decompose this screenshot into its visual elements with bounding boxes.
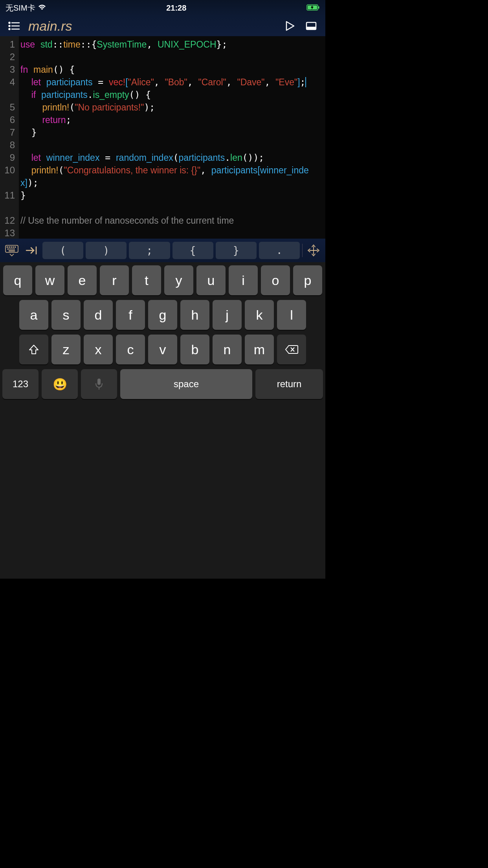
code-area[interactable]: use std::time::{SystemTime, UNIX_EPOCH};…	[19, 36, 325, 239]
key-f[interactable]: f	[116, 300, 145, 330]
type-systemtime: SystemTime	[97, 39, 147, 50]
key-k[interactable]: k	[245, 300, 274, 330]
key-y[interactable]: y	[164, 265, 193, 295]
panel-icon[interactable]	[304, 19, 318, 33]
symbol-key-.[interactable]: .	[259, 242, 300, 259]
key-n[interactable]: n	[213, 335, 242, 364]
keyword-fn: fn	[20, 64, 28, 75]
svg-rect-16	[15, 246, 16, 248]
str-noparticipants: "No participants!"	[75, 102, 144, 112]
var-participants3: participants	[179, 153, 225, 163]
status-time: 21:28	[166, 4, 186, 13]
line-number: 2	[0, 51, 15, 63]
str-carol: "Carol"	[198, 77, 226, 87]
code-editor[interactable]: 1234 5678910 11 1213 use std::time::{Sys…	[0, 36, 325, 239]
line-number: 8	[0, 139, 15, 151]
key-c[interactable]: c	[116, 335, 145, 364]
hide-keyboard-icon[interactable]	[3, 242, 20, 259]
cursor	[305, 77, 306, 87]
status-bar: 无SIM卡 21:28	[0, 0, 325, 16]
wifi-icon	[38, 4, 46, 13]
line-gutter: 1234 5678910 11 1213	[0, 36, 19, 239]
space-key[interactable]: space	[120, 369, 252, 399]
file-title: main.rs	[28, 18, 276, 34]
key-q[interactable]: q	[3, 265, 32, 295]
editor-toolbar: main.rs	[0, 16, 325, 36]
key-m[interactable]: m	[245, 335, 274, 364]
key-e[interactable]: e	[68, 265, 97, 295]
key-b[interactable]: b	[180, 335, 209, 364]
numbers-key[interactable]: 123	[2, 369, 39, 399]
key-p[interactable]: p	[293, 265, 322, 295]
key-w[interactable]: w	[35, 265, 64, 295]
str-dave: "Dave"	[237, 77, 264, 87]
key-o[interactable]: o	[261, 265, 290, 295]
line-number: 4	[0, 76, 15, 88]
line-number	[0, 177, 15, 189]
svg-rect-21	[9, 250, 15, 252]
svg-rect-17	[7, 248, 9, 250]
bracket-close: ]	[297, 77, 300, 87]
line-number: 1	[0, 38, 15, 51]
keyword-if: if	[31, 90, 36, 100]
symbol-key-}[interactable]: }	[216, 242, 257, 259]
line-number: 11	[0, 189, 15, 202]
line-number: 3	[0, 63, 15, 76]
backspace-key[interactable]	[277, 335, 306, 364]
fn-main: main	[33, 64, 53, 75]
key-d[interactable]: d	[84, 300, 113, 330]
line-number	[0, 88, 15, 101]
tab-icon[interactable]	[23, 242, 40, 259]
macro-println2: println!	[31, 165, 59, 175]
key-z[interactable]: z	[51, 335, 81, 364]
key-u[interactable]: u	[196, 265, 226, 295]
mic-key[interactable]	[81, 369, 117, 399]
type-unixepoch: UNIX_EPOCH	[158, 39, 216, 50]
key-g[interactable]: g	[148, 300, 177, 330]
key-j[interactable]: j	[213, 300, 242, 330]
keyboard-row-2: asdfghjkl	[2, 300, 323, 330]
var-participants2: participants	[41, 90, 88, 100]
svg-rect-12	[7, 246, 8, 248]
method-isempty: is_empty	[93, 90, 129, 100]
line-number: 5	[0, 101, 15, 114]
menu-icon[interactable]	[7, 19, 21, 33]
symbol-key-)[interactable]: )	[86, 242, 127, 259]
run-icon[interactable]	[283, 19, 297, 33]
line-number: 12	[0, 214, 15, 227]
comment-line14: // Use the number of nanoseconds of the …	[20, 215, 234, 226]
var-participants4: participants	[211, 165, 258, 175]
key-t[interactable]: t	[132, 265, 161, 295]
symbol-accessory-row: ();{}.	[0, 239, 325, 262]
key-s[interactable]: s	[51, 300, 81, 330]
emoji-key[interactable]: 😃	[42, 369, 78, 399]
keyword-let2: let	[31, 153, 41, 163]
symbol-key-;[interactable]: ;	[129, 242, 170, 259]
key-i[interactable]: i	[229, 265, 258, 295]
ident-time: time	[63, 39, 80, 50]
svg-rect-14	[11, 246, 12, 248]
key-a[interactable]: a	[19, 300, 48, 330]
sim-status: 无SIM卡	[6, 3, 35, 13]
key-x[interactable]: x	[84, 335, 113, 364]
keyboard-row-1: qwertyuiop	[2, 265, 323, 295]
method-len: len	[230, 153, 242, 163]
svg-rect-15	[13, 246, 14, 248]
var-participants: participants	[46, 77, 93, 87]
line-number: 7	[0, 126, 15, 139]
keyword-let: let	[31, 77, 41, 87]
line-number: 9	[0, 151, 15, 164]
shift-key[interactable]	[19, 335, 48, 364]
key-v[interactable]: v	[148, 335, 177, 364]
key-h[interactable]: h	[180, 300, 209, 330]
symbol-key-{[interactable]: {	[172, 242, 213, 259]
fn-randomindex: random_index	[116, 153, 173, 163]
var-winnerindex: winner_index	[46, 153, 100, 163]
key-r[interactable]: r	[100, 265, 129, 295]
key-l[interactable]: l	[277, 300, 306, 330]
return-key[interactable]: return	[255, 369, 323, 399]
cursor-move-icon[interactable]	[305, 242, 322, 259]
symbol-key-([interactable]: (	[42, 242, 83, 259]
status-left: 无SIM卡	[6, 3, 46, 13]
macro-vec: vec!	[109, 77, 125, 87]
